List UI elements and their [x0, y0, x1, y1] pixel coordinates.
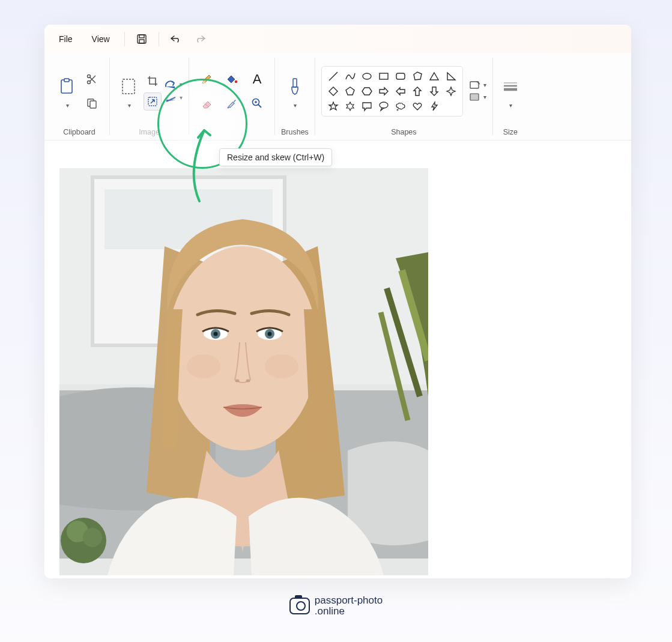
fill-icon [225, 73, 238, 85]
svg-point-5 [88, 74, 91, 77]
menu-file[interactable]: File [50, 31, 81, 47]
shape-diamond[interactable] [327, 85, 340, 98]
shape-curve[interactable] [344, 70, 357, 83]
menu-view[interactable]: View [83, 31, 118, 47]
svg-point-33 [214, 332, 218, 336]
fill-tool[interactable] [220, 68, 243, 90]
svg-rect-1 [139, 35, 144, 38]
crop-button[interactable] [144, 72, 162, 90]
chevron-down-icon: ▾ [128, 102, 131, 109]
shape-fill-button[interactable]: ▾ [469, 92, 486, 102]
resize-icon [147, 95, 159, 108]
svg-rect-17 [396, 73, 405, 79]
resize-button[interactable] [144, 92, 162, 111]
rotate-left-button[interactable]: ▾ [164, 92, 183, 103]
pencil-tool[interactable] [195, 68, 218, 90]
rotate-right-icon [164, 79, 177, 90]
svg-point-30 [168, 246, 318, 450]
brush-dropdown[interactable]: ▾ [292, 102, 297, 109]
svg-rect-2 [139, 40, 144, 43]
watermark: passport-photo .online [0, 595, 672, 617]
shape-polygon[interactable] [411, 70, 424, 83]
shape-rounded-rect[interactable] [394, 70, 407, 83]
save-button[interactable] [131, 29, 153, 49]
svg-point-38 [246, 380, 250, 383]
svg-point-39 [187, 354, 220, 378]
shape-arrow-left[interactable] [394, 85, 407, 98]
group-shapes: ▾ ▾ Shapes [315, 53, 492, 140]
svg-point-36 [268, 332, 272, 336]
canvas-photo[interactable] [59, 168, 428, 575]
shape-right-triangle[interactable] [444, 70, 458, 83]
cut-button[interactable] [80, 68, 103, 90]
svg-point-15 [363, 73, 371, 79]
undo-button[interactable] [165, 29, 187, 49]
shape-arrow-right[interactable] [377, 85, 390, 98]
shape-rect[interactable] [377, 70, 390, 83]
group-label-size: Size [503, 124, 518, 138]
copy-button[interactable] [80, 92, 103, 114]
svg-rect-4 [64, 79, 69, 82]
crop-icon [147, 75, 159, 87]
undo-icon [170, 34, 182, 44]
eraser-icon [201, 98, 213, 109]
shape-speech-rect[interactable] [360, 100, 374, 113]
color-picker-icon [226, 97, 238, 109]
shape-pentagon[interactable] [344, 85, 357, 98]
select-dropdown[interactable]: ▾ [127, 102, 131, 109]
svg-rect-8 [90, 101, 96, 108]
shape-arrow-up[interactable] [411, 85, 424, 98]
shape-empty [444, 100, 458, 113]
svg-point-19 [397, 109, 398, 111]
copy-icon [86, 97, 98, 109]
rotate-left-icon [164, 92, 177, 103]
eraser-tool[interactable] [195, 92, 218, 114]
shape-six-point-star[interactable] [344, 100, 357, 113]
shape-four-point-star[interactable] [444, 85, 458, 98]
size-dropdown[interactable]: ▾ [508, 102, 512, 109]
paste-dropdown[interactable]: ▾ [65, 102, 69, 109]
text-tool[interactable]: A [246, 68, 268, 90]
shape-line[interactable] [327, 70, 340, 83]
canvas-area[interactable] [44, 141, 631, 578]
chevron-down-icon: ▾ [180, 81, 183, 88]
ribbon: ▾ Clipboard [44, 53, 631, 141]
shape-oval[interactable] [360, 70, 374, 83]
rotate-right-button[interactable]: ▾ [164, 79, 183, 90]
select-button[interactable] [116, 73, 141, 100]
svg-point-37 [235, 380, 240, 383]
shape-hexagon[interactable] [360, 85, 374, 98]
chevron-down-icon: ▾ [180, 94, 183, 101]
magnifier-tool[interactable] [246, 92, 268, 114]
shape-triangle[interactable] [428, 70, 441, 83]
group-label-shapes: Shapes [391, 124, 416, 138]
shape-outline-button[interactable]: ▾ [469, 80, 486, 90]
color-picker-tool[interactable] [220, 92, 243, 114]
select-icon [121, 77, 136, 95]
paste-icon [59, 78, 74, 95]
shape-lightning[interactable] [428, 100, 441, 113]
redo-icon [194, 34, 206, 44]
shape-arrow-down[interactable] [428, 85, 441, 98]
text-icon: A [253, 71, 262, 87]
redo-button[interactable] [189, 29, 211, 49]
pencil-icon [201, 73, 213, 85]
size-button[interactable] [499, 73, 522, 100]
shape-fill-icon [469, 92, 481, 102]
brush-button[interactable] [283, 73, 306, 100]
chevron-down-icon: ▾ [483, 82, 486, 88]
chevron-down-icon: ▾ [509, 102, 512, 109]
shape-speech-oval[interactable] [377, 100, 390, 113]
shape-heart[interactable] [411, 100, 424, 113]
watermark-line1: passport-photo [315, 595, 383, 606]
svg-point-40 [265, 354, 298, 378]
chevron-down-icon: ▾ [483, 94, 486, 100]
camera-icon [289, 598, 310, 614]
svg-rect-20 [470, 82, 479, 88]
paste-button[interactable] [55, 73, 78, 100]
shape-thought-bubble[interactable] [394, 100, 407, 113]
group-label-image: Image [139, 124, 160, 138]
shape-five-point-star[interactable] [327, 100, 340, 113]
chevron-down-icon: ▾ [66, 102, 69, 109]
group-label-clipboard: Clipboard [63, 124, 95, 138]
